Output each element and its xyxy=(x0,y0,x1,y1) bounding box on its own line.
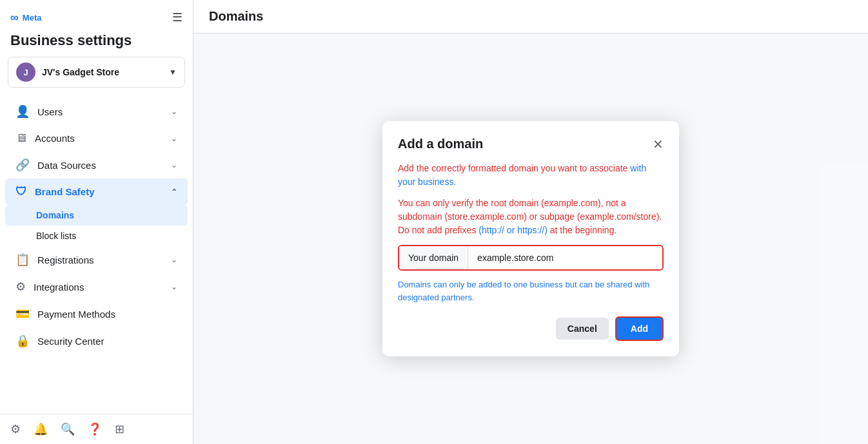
main-content: Domains No y domains yet. Any domain you… xyxy=(193,0,868,444)
main-body: No y domains yet. Any domain you manager… xyxy=(193,34,868,444)
meta-logo: ∞ Meta xyxy=(10,11,41,24)
block-lists-label: Block lists xyxy=(36,231,76,241)
sidebar-item-brand-safety[interactable]: 🛡 Brand Safety ⌃ xyxy=(5,179,188,205)
modal-desc-sub-blue: (http:// or https://) xyxy=(478,225,547,235)
modal-desc-red: Add the correctly formatted domain you w… xyxy=(398,163,630,173)
sidebar-item-payment-methods[interactable]: 💳 Payment Methods xyxy=(5,300,188,327)
search-icon[interactable]: 🔍 xyxy=(61,422,75,436)
sidebar-item-accounts[interactable]: 🖥 Accounts ⌄ xyxy=(5,125,188,151)
accounts-icon: 🖥 xyxy=(15,131,27,145)
security-center-icon: 🔒 xyxy=(15,334,30,348)
business-settings-title: Business settings xyxy=(0,30,193,57)
account-switcher[interactable]: J JV's Gadget Store ▼ xyxy=(8,57,185,88)
modal-header: Add a domain ✕ xyxy=(398,137,664,151)
sidebar-item-security-center-label: Security Center xyxy=(37,336,177,347)
users-icon: 👤 xyxy=(15,104,30,119)
chevron-up-icon: ⌃ xyxy=(171,188,177,197)
main-nav: 👤 Users ⌄ 🖥 Accounts ⌄ 🔗 Data Sources ⌄ … xyxy=(0,95,193,357)
chevron-down-icon: ▼ xyxy=(169,68,177,77)
avatar: J xyxy=(16,63,35,82)
meta-icon: ∞ xyxy=(10,11,19,24)
domain-label: Your domain xyxy=(399,246,468,269)
add-button[interactable]: Add xyxy=(615,316,664,341)
meta-logo-text: Meta xyxy=(23,13,42,23)
domains-label: Domains xyxy=(36,210,74,220)
account-name: JV's Gadget Store xyxy=(42,67,163,77)
notifications-icon[interactable]: 🔔 xyxy=(34,422,48,436)
sidebar-item-users[interactable]: 👤 Users ⌄ xyxy=(5,98,188,125)
chevron-down-icon: ⌄ xyxy=(171,255,177,264)
sidebar-item-users-label: Users xyxy=(37,106,163,117)
sidebar-header: ∞ Meta ☰ xyxy=(0,0,193,30)
modal-title: Add a domain xyxy=(398,137,483,151)
payment-methods-icon: 💳 xyxy=(15,307,30,321)
modal-desc-sub-red2: at the beginning. xyxy=(547,225,616,235)
modal-description-1: Add the correctly formatted domain you w… xyxy=(398,162,664,189)
modal-note: Domains can only be added to one busines… xyxy=(398,278,664,304)
sidebar-item-data-sources[interactable]: 🔗 Data Sources ⌄ xyxy=(5,151,188,179)
registrations-icon: 📋 xyxy=(15,253,30,267)
help-icon[interactable]: ❓ xyxy=(88,422,102,436)
sidebar-item-registrations-label: Registrations xyxy=(37,255,163,265)
sidebar-item-integrations-label: Integrations xyxy=(34,282,163,293)
data-sources-icon: 🔗 xyxy=(15,158,30,172)
brand-safety-icon: 🛡 xyxy=(15,185,27,198)
sidebar-item-block-lists[interactable]: Block lists xyxy=(5,226,188,246)
domain-input[interactable] xyxy=(468,246,662,269)
settings-icon[interactable]: ⚙ xyxy=(10,422,21,436)
sidebar-item-registrations[interactable]: 📋 Registrations ⌄ xyxy=(5,246,188,273)
chevron-down-icon: ⌄ xyxy=(171,282,177,291)
domain-field-wrapper: Your domain xyxy=(398,245,664,271)
main-header: Domains xyxy=(193,0,868,34)
sidebar-item-payment-methods-label: Payment Methods xyxy=(37,309,177,320)
layout-icon[interactable]: ⊞ xyxy=(115,422,124,436)
modal-actions: Cancel Add xyxy=(398,316,664,341)
sidebar-item-brand-safety-label: Brand Safety xyxy=(35,186,163,197)
sidebar-item-security-center[interactable]: 🔒 Security Center xyxy=(5,327,188,354)
hamburger-menu-icon[interactable]: ☰ xyxy=(172,10,182,24)
integrations-icon: ⚙ xyxy=(15,280,26,294)
sidebar-footer: ⚙ 🔔 🔍 ❓ ⊞ xyxy=(0,414,193,444)
modal-backdrop: Add a domain ✕ Add the correctly formatt… xyxy=(193,34,868,444)
chevron-down-icon: ⌄ xyxy=(171,107,177,116)
modal-description-2: You can only verify the root domain (exa… xyxy=(398,197,664,237)
sidebar-item-domains[interactable]: Domains xyxy=(5,205,188,226)
sidebar-item-data-sources-label: Data Sources xyxy=(37,160,163,171)
close-button[interactable]: ✕ xyxy=(653,138,664,151)
add-domain-modal: Add a domain ✕ Add the correctly formatt… xyxy=(382,121,679,356)
cancel-button[interactable]: Cancel xyxy=(556,318,609,340)
sidebar-item-accounts-label: Accounts xyxy=(35,133,163,144)
page-title: Domains xyxy=(209,9,853,24)
sidebar-item-integrations[interactable]: ⚙ Integrations ⌄ xyxy=(5,273,188,300)
chevron-down-icon: ⌄ xyxy=(171,134,177,143)
sidebar: ∞ Meta ☰ Business settings J JV's Gadget… xyxy=(0,0,193,444)
chevron-down-icon: ⌄ xyxy=(171,160,177,169)
